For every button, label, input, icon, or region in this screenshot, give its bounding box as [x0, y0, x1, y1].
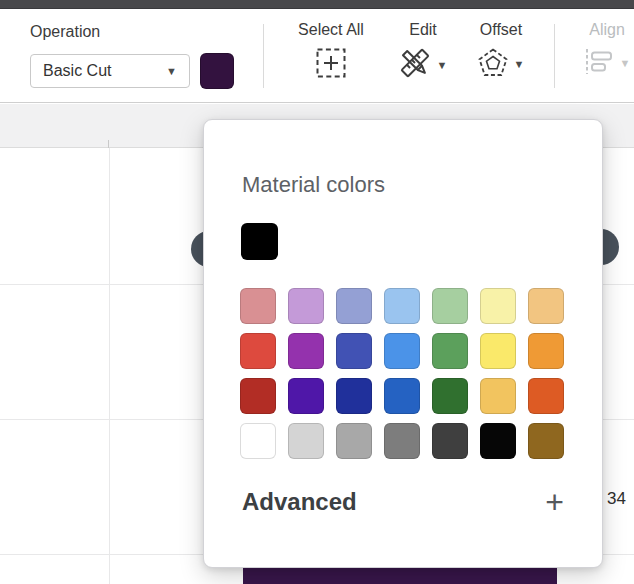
operation-dropdown-value: Basic Cut [43, 62, 111, 80]
dashed-pentagon-icon [478, 48, 508, 81]
palette-swatch-r2c6[interactable] [480, 333, 516, 369]
palette-swatch-r1c5[interactable] [432, 288, 468, 324]
align-left-icon [584, 48, 614, 79]
palette-swatch-r3c2[interactable] [288, 378, 324, 414]
add-color-button[interactable]: + [545, 486, 564, 518]
palette-swatch-r3c3[interactable] [336, 378, 372, 414]
palette-swatch-r3c7[interactable] [528, 378, 564, 414]
material-colors-popup: Material colors Advanced + [203, 119, 603, 568]
toolbar-divider [263, 24, 264, 88]
palette-swatch-r2c5[interactable] [432, 333, 468, 369]
main-toolbar: Operation Basic Cut ▼ Select All Edit [0, 9, 634, 103]
popup-title: Material colors [242, 172, 385, 198]
palette-swatch-r2c3[interactable] [336, 333, 372, 369]
palette-swatch-r1c6[interactable] [480, 288, 516, 324]
align-label: Align [589, 21, 625, 39]
palette-swatch-r1c4[interactable] [384, 288, 420, 324]
palette-swatch-r4c3[interactable] [336, 423, 372, 459]
toolbar-divider [554, 24, 555, 88]
palette-swatch-r1c1[interactable] [240, 288, 276, 324]
app-window: Operation Basic Cut ▼ Select All Edit [0, 0, 634, 584]
palette-swatch-r3c1[interactable] [240, 378, 276, 414]
edit-label: Edit [409, 21, 437, 39]
select-all-label: Select All [298, 21, 364, 39]
palette-swatch-r2c7[interactable] [528, 333, 564, 369]
gridline [109, 148, 110, 584]
palette-swatch-r3c4[interactable] [384, 378, 420, 414]
palette-swatch-r2c2[interactable] [288, 333, 324, 369]
window-chrome-bar [0, 0, 634, 9]
chevron-down-icon: ▼ [166, 66, 177, 77]
pencil-ruler-icon [399, 48, 431, 82]
align-button[interactable]: Align ▼ [580, 21, 634, 79]
operation-dropdown[interactable]: Basic Cut ▼ [30, 54, 190, 88]
palette-swatch-r4c1[interactable] [240, 423, 276, 459]
operation-label: Operation [30, 23, 100, 41]
palette-swatch-r1c2[interactable] [288, 288, 324, 324]
chevron-down-icon: ▼ [620, 58, 631, 69]
palette-swatch-r2c1[interactable] [240, 333, 276, 369]
palette-swatch-r4c7[interactable] [528, 423, 564, 459]
palette-swatch-r4c4[interactable] [384, 423, 420, 459]
palette-swatch-r1c3[interactable] [336, 288, 372, 324]
current-color-swatch[interactable] [241, 223, 278, 260]
offset-label: Offset [480, 21, 522, 39]
dimension-label: 34 [607, 489, 626, 509]
palette-swatch-r1c7[interactable] [528, 288, 564, 324]
palette-grid [240, 288, 564, 459]
popup-footer: Advanced + [242, 480, 564, 524]
edit-button[interactable]: Edit [387, 21, 459, 82]
palette-swatch-r2c4[interactable] [384, 333, 420, 369]
palette-swatch-r4c6[interactable] [480, 423, 516, 459]
palette-swatch-r3c6[interactable] [480, 378, 516, 414]
palette-swatch-r4c5[interactable] [432, 423, 468, 459]
offset-button[interactable]: Offset ▼ [462, 21, 540, 81]
selected-shape[interactable] [243, 568, 557, 584]
palette-swatch-r3c5[interactable] [432, 378, 468, 414]
select-all-button[interactable]: Select All [286, 21, 376, 82]
dashed-square-plus-icon [316, 48, 346, 82]
advanced-link[interactable]: Advanced [242, 488, 357, 516]
chevron-down-icon: ▼ [514, 59, 525, 70]
ruler-tick [108, 140, 109, 148]
cut-color-swatch[interactable] [200, 53, 234, 89]
chevron-down-icon: ▼ [437, 60, 448, 71]
palette-swatch-r4c2[interactable] [288, 423, 324, 459]
